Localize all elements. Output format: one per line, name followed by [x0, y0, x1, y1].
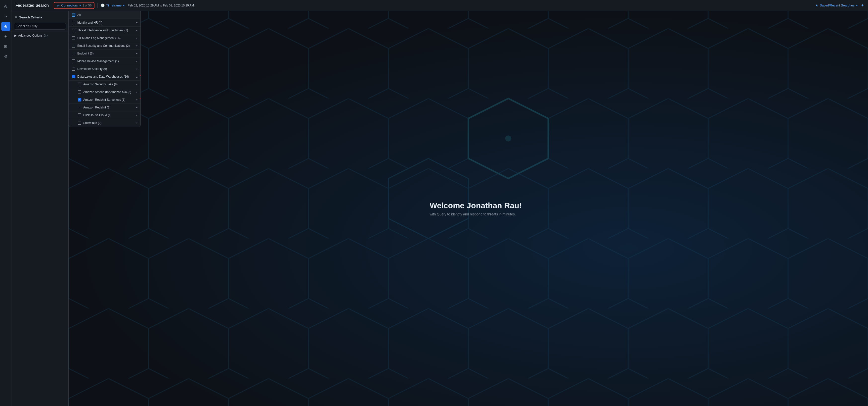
- developer-label: Developer Security (6): [77, 67, 134, 71]
- sidebar-item-federated-search[interactable]: ⊕: [1, 22, 10, 31]
- snowflake-label: Snowflake (2): [83, 121, 134, 125]
- background-visualization: Welcome Jonathan Rau! with Query to iden…: [69, 11, 868, 406]
- sidebar-item-star[interactable]: ✦: [1, 32, 10, 41]
- snowflake-checkbox[interactable]: [78, 121, 81, 125]
- dropdown-item-snowflake[interactable]: Snowflake (2) ▾: [69, 119, 141, 127]
- connectors-button[interactable]: ⇌ Connectors ▾ 1 of 56: [54, 2, 94, 9]
- dropdown-item-mobile[interactable]: Mobile Device Management (1) ▾: [69, 57, 141, 65]
- arrow-right-icon: ▶: [14, 34, 17, 37]
- arrow1-svg: [138, 72, 141, 79]
- security-lake-checkbox[interactable]: [78, 83, 81, 86]
- endpoint-label: Endpoint (3): [77, 52, 134, 55]
- developer-expand-icon: ▾: [136, 68, 137, 70]
- content-area: ▼ Search Criteria Select an Entity ▶ Adv…: [11, 11, 868, 406]
- dropdown-item-threat[interactable]: Threat Intelligence and Enrichment (7) ▾: [69, 27, 141, 34]
- redshift-serverless-expand-icon: ▾: [136, 98, 137, 101]
- siem-expand-icon: ▾: [136, 37, 137, 39]
- security-lake-expand-icon: ▾: [136, 83, 137, 86]
- star-icon-saved: ★: [815, 3, 818, 7]
- arrow2-svg: [138, 95, 141, 103]
- timeframe-button[interactable]: 🕐 Timeframe ▾: [101, 3, 125, 7]
- connectors-label: Connectors: [61, 3, 78, 7]
- clock-icon: 🕐: [101, 3, 105, 7]
- sidebar-item-activity[interactable]: 〜: [1, 12, 10, 21]
- timeframe-range: Feb 02, 2025 10:29 AM to Feb 03, 2025 10…: [128, 4, 194, 7]
- connectors-dropdown: All Identity and HR (4) ▾ Threat Intelli…: [69, 11, 141, 127]
- main-area: Federated Search ⇌ Connectors ▾ 1 of 56 …: [11, 0, 868, 406]
- saved-searches-label: Saved/Recent Searches: [820, 3, 855, 7]
- email-checkbox[interactable]: [72, 44, 75, 48]
- dropdown-item-email[interactable]: Email Security and Communications (2) ▾: [69, 42, 141, 50]
- email-expand-icon: ▾: [136, 45, 137, 47]
- identity-checkbox[interactable]: [72, 21, 75, 24]
- select-entity-input[interactable]: Select an Entity: [14, 23, 66, 30]
- topbar-left: Federated Search ⇌ Connectors ▾ 1 of 56 …: [16, 2, 194, 9]
- advanced-options[interactable]: ▶ Advanced Options i: [11, 32, 68, 39]
- connectors-icon: ⇌: [57, 3, 60, 7]
- datalakes-checkbox[interactable]: [72, 75, 75, 78]
- threat-checkbox[interactable]: [72, 29, 75, 32]
- all-label: All: [77, 13, 137, 17]
- left-panel: ▼ Search Criteria Select an Entity ▶ Adv…: [11, 11, 69, 406]
- connectors-count: 1 of 56: [83, 4, 92, 7]
- sidebar-item-plugins[interactable]: ⊞: [1, 42, 10, 51]
- threat-label: Threat Intelligence and Enrichment (7): [77, 29, 134, 32]
- mobile-expand-icon: ▾: [136, 60, 137, 63]
- datalakes-expand-icon: ▴: [136, 76, 137, 78]
- svg-point-4: [505, 136, 511, 142]
- siem-label: SIEM and Log Management (16): [77, 36, 134, 40]
- arrow-icon: ▼: [14, 16, 18, 19]
- divider: [97, 3, 98, 8]
- sidebar-item-settings[interactable]: ⚙: [1, 52, 10, 61]
- sidebar: ⊙ 〜 ⊕ ✦ ⊞ ⚙: [0, 0, 11, 406]
- advanced-options-label: Advanced Options: [18, 34, 42, 37]
- right-area: ▾ Case-sensitive Save: [69, 11, 868, 406]
- redshift-expand-icon: ▾: [136, 106, 137, 109]
- dropdown-item-endpoint[interactable]: Endpoint (3) ▾: [69, 50, 141, 57]
- welcome-subtext: with Query to identify and respond to th…: [430, 212, 522, 216]
- datalakes-label: Data Lakes and Data Warehouses (16): [77, 75, 134, 78]
- redshift-serverless-checkbox[interactable]: [78, 98, 81, 102]
- topbar: Federated Search ⇌ Connectors ▾ 1 of 56 …: [11, 0, 868, 11]
- mobile-label: Mobile Device Management (1): [77, 59, 134, 63]
- all-checkbox[interactable]: [72, 13, 75, 17]
- sparkle-icon[interactable]: ✦: [861, 3, 864, 8]
- identity-label: Identity and HR (4): [77, 21, 134, 24]
- snowflake-expand-icon: ▾: [136, 122, 137, 124]
- dropdown-item-siem[interactable]: SIEM and Log Management (16) ▾: [69, 34, 141, 42]
- chevron-down-icon-2: ▾: [123, 3, 125, 7]
- welcome-container: Welcome Jonathan Rau! with Query to iden…: [414, 201, 522, 216]
- athena-checkbox[interactable]: [78, 90, 81, 94]
- dropdown-item-security-lake[interactable]: Amazon Security Lake (8) ▾: [69, 81, 141, 88]
- athena-expand-icon: ▾: [136, 91, 137, 93]
- dropdown-item-all[interactable]: All: [69, 11, 141, 19]
- security-lake-label: Amazon Security Lake (8): [83, 83, 134, 86]
- redshift-serverless-label: Amazon Redshift Serverless (1): [83, 98, 134, 102]
- dropdown-item-clickhouse[interactable]: ClickHouse Cloud (1) ▾: [69, 112, 141, 119]
- info-icon: i: [44, 34, 48, 37]
- endpoint-checkbox[interactable]: [72, 52, 75, 55]
- chevron-down-icon: ▾: [79, 3, 81, 7]
- redshift-label: Amazon Redshift (1): [83, 106, 134, 109]
- developer-checkbox[interactable]: [72, 67, 75, 71]
- clickhouse-expand-icon: ▾: [136, 114, 137, 117]
- clickhouse-checkbox[interactable]: [78, 113, 81, 117]
- search-criteria-header[interactable]: ▼ Search Criteria: [11, 14, 68, 21]
- email-label: Email Security and Communications (2): [77, 44, 134, 48]
- timeframe-label: Timeframe: [106, 3, 122, 7]
- dropdown-item-developer[interactable]: Developer Security (6) ▾: [69, 65, 141, 73]
- dropdown-item-redshift[interactable]: Amazon Redshift (1) ▾: [69, 104, 141, 112]
- mobile-checkbox[interactable]: [72, 59, 75, 63]
- siem-checkbox[interactable]: [72, 36, 75, 40]
- dropdown-item-identity[interactable]: Identity and HR (4) ▾: [69, 19, 141, 27]
- threat-expand-icon: ▾: [136, 29, 137, 32]
- redshift-checkbox[interactable]: [78, 106, 81, 109]
- endpoint-expand-icon: ▾: [136, 52, 137, 55]
- dropdown-item-redshift-serverless[interactable]: Amazon Redshift Serverless (1) ▾: [69, 96, 141, 104]
- chevron-down-icon-3: ▾: [856, 3, 858, 7]
- saved-searches-button[interactable]: ★ Saved/Recent Searches ▾: [815, 3, 858, 7]
- dropdown-item-athena[interactable]: Amazon Athena (for Amazon S3) (3) ▾: [69, 88, 141, 96]
- dropdown-item-datalakes[interactable]: Data Lakes and Data Warehouses (16) ▴: [69, 73, 141, 81]
- sidebar-item-search[interactable]: ⊙: [1, 2, 10, 11]
- page-title: Federated Search: [16, 3, 49, 8]
